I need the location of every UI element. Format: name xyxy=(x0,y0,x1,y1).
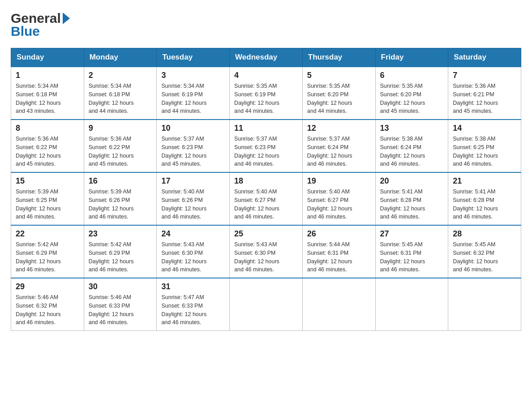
day-info: Sunrise: 5:46 AMSunset: 6:33 PMDaylight:… xyxy=(89,293,152,327)
day-number: 8 xyxy=(16,124,79,133)
calendar-cell: 20Sunrise: 5:41 AMSunset: 6:28 PMDayligh… xyxy=(375,172,448,225)
calendar-cell: 13Sunrise: 5:38 AMSunset: 6:24 PMDayligh… xyxy=(375,120,448,172)
day-number: 28 xyxy=(453,229,516,239)
calendar-cell: 15Sunrise: 5:39 AMSunset: 6:25 PMDayligh… xyxy=(11,172,84,225)
calendar-cell: 23Sunrise: 5:42 AMSunset: 6:29 PMDayligh… xyxy=(84,225,157,278)
day-number: 7 xyxy=(453,71,516,80)
calendar-header-row: SundayMondayTuesdayWednesdayThursdayFrid… xyxy=(11,48,521,67)
day-number: 24 xyxy=(161,229,225,239)
day-number: 2 xyxy=(89,71,152,80)
day-number: 9 xyxy=(89,124,152,133)
day-info: Sunrise: 5:44 AMSunset: 6:31 PMDaylight:… xyxy=(307,240,371,274)
day-info: Sunrise: 5:41 AMSunset: 6:28 PMDaylight:… xyxy=(453,188,516,221)
logo-triangle-icon xyxy=(63,13,70,24)
day-info: Sunrise: 5:40 AMSunset: 6:27 PMDaylight:… xyxy=(307,188,371,221)
day-info: Sunrise: 5:34 AMSunset: 6:19 PMDaylight:… xyxy=(161,82,225,116)
day-number: 27 xyxy=(380,229,444,239)
day-info: Sunrise: 5:35 AMSunset: 6:20 PMDaylight:… xyxy=(307,82,371,116)
day-number: 12 xyxy=(307,124,371,133)
day-info: Sunrise: 5:40 AMSunset: 6:26 PMDaylight:… xyxy=(161,188,225,221)
calendar-cell: 8Sunrise: 5:36 AMSunset: 6:22 PMDaylight… xyxy=(11,120,84,172)
calendar-cell: 5Sunrise: 5:35 AMSunset: 6:20 PMDaylight… xyxy=(302,67,375,120)
column-header-monday: Monday xyxy=(84,48,157,67)
day-info: Sunrise: 5:36 AMSunset: 6:21 PMDaylight:… xyxy=(453,82,516,116)
day-number: 22 xyxy=(16,229,79,239)
day-info: Sunrise: 5:35 AMSunset: 6:20 PMDaylight:… xyxy=(380,82,444,116)
calendar-cell: 16Sunrise: 5:39 AMSunset: 6:26 PMDayligh… xyxy=(84,172,157,225)
day-info: Sunrise: 5:45 AMSunset: 6:31 PMDaylight:… xyxy=(380,240,444,274)
column-header-sunday: Sunday xyxy=(11,48,84,67)
calendar-cell: 2Sunrise: 5:34 AMSunset: 6:18 PMDaylight… xyxy=(84,67,157,120)
week-row-5: 29Sunrise: 5:46 AMSunset: 6:32 PMDayligh… xyxy=(11,278,521,331)
day-number: 1 xyxy=(16,71,79,80)
day-info: Sunrise: 5:37 AMSunset: 6:24 PMDaylight:… xyxy=(307,135,371,168)
day-number: 14 xyxy=(453,124,516,133)
day-number: 29 xyxy=(16,282,79,291)
calendar-cell: 4Sunrise: 5:35 AMSunset: 6:19 PMDaylight… xyxy=(230,67,303,120)
calendar-cell: 21Sunrise: 5:41 AMSunset: 6:28 PMDayligh… xyxy=(448,172,521,225)
day-number: 26 xyxy=(307,229,371,239)
column-header-wednesday: Wednesday xyxy=(230,48,303,67)
calendar-cell: 7Sunrise: 5:36 AMSunset: 6:21 PMDaylight… xyxy=(448,67,521,120)
calendar-cell: 6Sunrise: 5:35 AMSunset: 6:20 PMDaylight… xyxy=(375,67,448,120)
day-info: Sunrise: 5:43 AMSunset: 6:30 PMDaylight:… xyxy=(234,240,298,274)
calendar-cell: 25Sunrise: 5:43 AMSunset: 6:30 PMDayligh… xyxy=(230,225,303,278)
day-info: Sunrise: 5:35 AMSunset: 6:19 PMDaylight:… xyxy=(234,82,298,116)
calendar-cell: 14Sunrise: 5:38 AMSunset: 6:25 PMDayligh… xyxy=(448,120,521,172)
page-header: General Blue xyxy=(11,11,521,39)
day-info: Sunrise: 5:38 AMSunset: 6:24 PMDaylight:… xyxy=(380,135,444,168)
day-info: Sunrise: 5:36 AMSunset: 6:22 PMDaylight:… xyxy=(89,135,152,168)
day-number: 21 xyxy=(453,176,516,186)
day-info: Sunrise: 5:45 AMSunset: 6:32 PMDaylight:… xyxy=(453,240,516,274)
day-info: Sunrise: 5:46 AMSunset: 6:32 PMDaylight:… xyxy=(16,293,79,327)
day-number: 31 xyxy=(161,282,225,291)
column-header-saturday: Saturday xyxy=(448,48,521,67)
week-row-2: 8Sunrise: 5:36 AMSunset: 6:22 PMDaylight… xyxy=(11,120,521,172)
calendar-cell: 1Sunrise: 5:34 AMSunset: 6:18 PMDaylight… xyxy=(11,67,84,120)
calendar-table: SundayMondayTuesdayWednesdayThursdayFrid… xyxy=(11,48,521,331)
day-info: Sunrise: 5:42 AMSunset: 6:29 PMDaylight:… xyxy=(89,240,152,274)
day-number: 6 xyxy=(380,71,444,80)
calendar-cell: 26Sunrise: 5:44 AMSunset: 6:31 PMDayligh… xyxy=(302,225,375,278)
day-info: Sunrise: 5:43 AMSunset: 6:30 PMDaylight:… xyxy=(161,240,225,274)
calendar-cell: 11Sunrise: 5:37 AMSunset: 6:23 PMDayligh… xyxy=(230,120,303,172)
day-info: Sunrise: 5:40 AMSunset: 6:27 PMDaylight:… xyxy=(234,188,298,221)
week-row-4: 22Sunrise: 5:42 AMSunset: 6:29 PMDayligh… xyxy=(11,225,521,278)
day-number: 3 xyxy=(161,71,225,80)
calendar-cell: 18Sunrise: 5:40 AMSunset: 6:27 PMDayligh… xyxy=(230,172,303,225)
day-number: 16 xyxy=(89,176,152,186)
day-number: 15 xyxy=(16,176,79,186)
day-number: 30 xyxy=(89,282,152,291)
calendar-cell xyxy=(302,278,375,331)
calendar-cell: 22Sunrise: 5:42 AMSunset: 6:29 PMDayligh… xyxy=(11,225,84,278)
calendar-cell: 27Sunrise: 5:45 AMSunset: 6:31 PMDayligh… xyxy=(375,225,448,278)
calendar-cell: 28Sunrise: 5:45 AMSunset: 6:32 PMDayligh… xyxy=(448,225,521,278)
calendar-cell xyxy=(448,278,521,331)
calendar-cell: 10Sunrise: 5:37 AMSunset: 6:23 PMDayligh… xyxy=(157,120,230,172)
day-number: 20 xyxy=(380,176,444,186)
day-number: 5 xyxy=(307,71,371,80)
column-header-friday: Friday xyxy=(375,48,448,67)
column-header-tuesday: Tuesday xyxy=(157,48,230,67)
day-info: Sunrise: 5:34 AMSunset: 6:18 PMDaylight:… xyxy=(89,82,152,116)
calendar-cell: 9Sunrise: 5:36 AMSunset: 6:22 PMDaylight… xyxy=(84,120,157,172)
week-row-3: 15Sunrise: 5:39 AMSunset: 6:25 PMDayligh… xyxy=(11,172,521,225)
week-row-1: 1Sunrise: 5:34 AMSunset: 6:18 PMDaylight… xyxy=(11,67,521,120)
day-number: 17 xyxy=(161,176,225,186)
calendar-cell xyxy=(375,278,448,331)
calendar-cell: 19Sunrise: 5:40 AMSunset: 6:27 PMDayligh… xyxy=(302,172,375,225)
day-number: 11 xyxy=(234,124,298,133)
calendar-cell: 24Sunrise: 5:43 AMSunset: 6:30 PMDayligh… xyxy=(157,225,230,278)
calendar-cell: 3Sunrise: 5:34 AMSunset: 6:19 PMDaylight… xyxy=(157,67,230,120)
day-number: 23 xyxy=(89,229,152,239)
column-header-thursday: Thursday xyxy=(302,48,375,67)
day-info: Sunrise: 5:39 AMSunset: 6:25 PMDaylight:… xyxy=(16,188,79,221)
day-info: Sunrise: 5:37 AMSunset: 6:23 PMDaylight:… xyxy=(161,135,225,168)
day-info: Sunrise: 5:42 AMSunset: 6:29 PMDaylight:… xyxy=(16,240,79,274)
calendar-cell: 30Sunrise: 5:46 AMSunset: 6:33 PMDayligh… xyxy=(84,278,157,331)
logo: General Blue xyxy=(11,11,71,39)
calendar-cell xyxy=(230,278,303,331)
day-number: 13 xyxy=(380,124,444,133)
logo-blue-text: Blue xyxy=(11,24,40,39)
day-number: 4 xyxy=(234,71,298,80)
